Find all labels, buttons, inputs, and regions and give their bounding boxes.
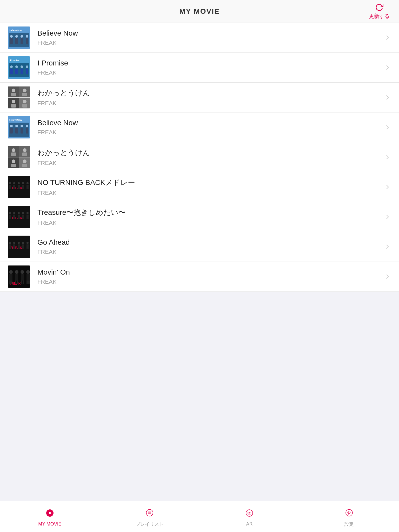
svg-point-63 (13, 182, 15, 184)
tab-item-playlist[interactable]: プレイリスト (124, 506, 176, 527)
svg-point-51 (23, 148, 26, 152)
tab-item-ar[interactable]: AR (223, 506, 275, 527)
thumbnail-image: FREAK (8, 206, 30, 228)
item-subtitle: FREAK (37, 100, 380, 107)
svg-rect-41 (15, 128, 18, 134)
thumbnail-image: FREAK (8, 236, 30, 258)
svg-rect-68 (22, 185, 24, 189)
my-movie-tab-label: MY MOVIE (38, 521, 62, 527)
item-title: Treasure〜抱きしめたい〜 (37, 208, 380, 217)
svg-point-93 (26, 242, 29, 244)
svg-point-24 (12, 89, 15, 92)
svg-rect-25 (11, 93, 16, 96)
svg-point-75 (13, 212, 15, 214)
thumbnail-image: BelieveNow (8, 26, 30, 49)
item-subtitle: FREAK (37, 220, 380, 226)
svg-rect-70 (26, 185, 29, 189)
list-item[interactable]: BelieveNowBelieve NowFREAK (0, 23, 399, 53)
item-subtitle: FREAK (37, 190, 380, 196)
list-item[interactable]: I PromiseI PromiseFREAK (0, 53, 399, 83)
item-thumbnail: FREAK (8, 206, 30, 228)
svg-point-89 (18, 242, 20, 244)
refresh-label: 更新する (369, 12, 390, 19)
svg-text:FREAK: FREAK (10, 186, 22, 190)
thumbnail-image (8, 86, 30, 109)
list-item[interactable]: BelieveNowBelieve NowFREAK (0, 112, 399, 142)
svg-point-97 (9, 270, 13, 274)
list-item[interactable]: FREAKNO TURNING BACKメドレーFREAK (0, 172, 399, 202)
tab-item-settings[interactable]: 設定 (323, 506, 375, 527)
tab-item-my-movie[interactable]: MY MOVIE (24, 506, 76, 527)
svg-point-3 (10, 35, 13, 38)
item-title: Go Ahead (37, 238, 380, 247)
svg-point-30 (12, 100, 15, 103)
svg-point-73 (9, 212, 11, 214)
svg-text:I Promise: I Promise (9, 59, 19, 62)
svg-point-79 (22, 212, 24, 214)
svg-rect-49 (11, 152, 16, 156)
item-title: Movin' On (37, 268, 380, 276)
item-title: Believe Now (37, 29, 380, 37)
empty-area (0, 292, 399, 501)
movie-list: BelieveNowBelieve NowFREAKI PromiseI Pro… (0, 23, 399, 292)
chevron-right-icon (384, 34, 391, 41)
item-text: Movin' OnFREAK (37, 268, 380, 285)
svg-point-18 (21, 65, 23, 68)
svg-rect-90 (18, 244, 20, 249)
svg-point-61 (9, 182, 11, 184)
settings-tab-icon (342, 506, 356, 520)
list-item[interactable]: わかっとうけんFREAK (0, 142, 399, 172)
item-title: Believe Now (37, 119, 380, 127)
item-title: I Promise (37, 59, 380, 67)
svg-rect-10 (26, 38, 28, 44)
playlist-tab-icon (143, 506, 156, 520)
playlist-tab-label: プレイリスト (136, 521, 164, 527)
svg-text:FREAK: FREAK (10, 246, 22, 250)
chevron-right-icon (384, 64, 391, 71)
svg-rect-31 (11, 104, 16, 108)
svg-rect-99 (9, 281, 11, 284)
thumbnail-image: BelieveNow (8, 116, 30, 138)
svg-rect-111 (26, 281, 28, 284)
svg-point-91 (22, 242, 24, 244)
svg-rect-55 (11, 164, 16, 167)
svg-rect-62 (9, 185, 11, 189)
svg-point-69 (26, 182, 29, 184)
svg-rect-86 (9, 244, 11, 249)
item-thumbnail: FREAK (8, 176, 30, 198)
list-item[interactable]: FREAKTreasure〜抱きしめたい〜FREAK (0, 202, 399, 232)
svg-point-9 (26, 35, 28, 38)
list-item[interactable]: わかっとうけんFREAK (0, 83, 399, 112)
item-text: I PromiseFREAK (37, 59, 380, 76)
svg-rect-94 (26, 244, 29, 249)
svg-rect-76 (13, 215, 15, 219)
svg-line-126 (348, 514, 349, 514)
svg-line-125 (350, 514, 350, 514)
svg-rect-102 (15, 274, 18, 281)
svg-rect-21 (26, 69, 28, 74)
svg-point-81 (26, 212, 29, 214)
svg-rect-64 (13, 185, 15, 189)
item-title: NO TURNING BACKメドレー (37, 178, 380, 188)
chevron-right-icon (384, 124, 391, 131)
svg-point-87 (13, 242, 15, 244)
svg-point-121 (249, 513, 250, 514)
svg-point-44 (26, 125, 28, 127)
svg-point-67 (22, 182, 24, 184)
svg-point-27 (23, 89, 26, 92)
thumbnail-image (8, 146, 30, 168)
list-item[interactable]: FREAKGo AheadFREAK (0, 232, 399, 262)
thumbnail-image: I Promise (8, 56, 30, 79)
svg-rect-103 (15, 281, 16, 284)
list-item[interactable]: FREAKMovin' OnFREAK (0, 262, 399, 292)
chevron-right-icon (384, 273, 391, 280)
svg-point-7 (21, 35, 23, 38)
svg-point-105 (21, 270, 24, 274)
item-text: Believe NowFREAK (37, 119, 380, 136)
refresh-icon (375, 3, 383, 11)
item-thumbnail (8, 146, 30, 168)
thumbnail-image: FREAK (8, 265, 30, 288)
refresh-button[interactable]: 更新する (369, 3, 390, 19)
my-movie-tab-icon (43, 506, 57, 520)
svg-rect-34 (22, 104, 27, 108)
